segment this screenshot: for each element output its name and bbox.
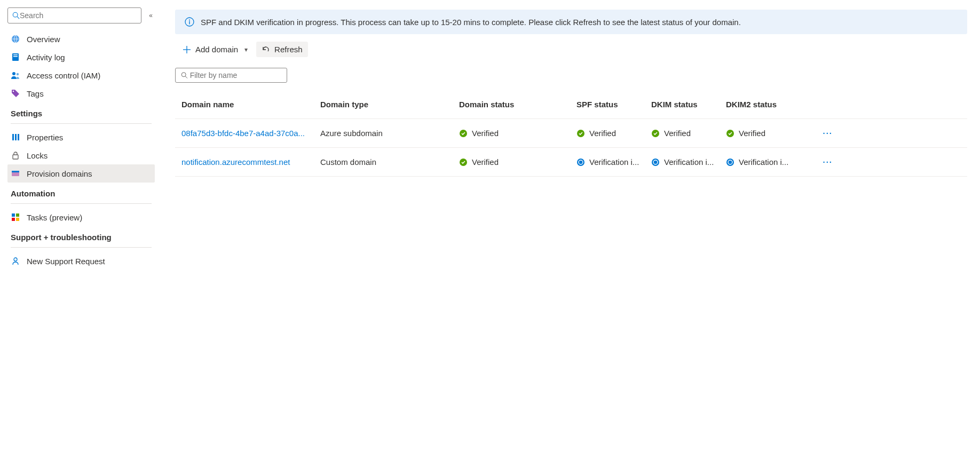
sidebar-search-input[interactable] bbox=[20, 11, 137, 20]
sidebar-item-label: Tags bbox=[27, 89, 44, 98]
svg-rect-9 bbox=[12, 134, 14, 140]
collapse-sidebar-icon[interactable]: « bbox=[147, 10, 155, 21]
spf-status: Verification i... bbox=[576, 157, 651, 167]
add-domain-button[interactable]: Add domain ▾ bbox=[177, 42, 253, 57]
dkim-status: Verification i... bbox=[651, 157, 726, 167]
col-spf-status: SPF status bbox=[576, 100, 651, 109]
sidebar-item-label: Provision domains bbox=[27, 169, 92, 178]
svg-point-6 bbox=[12, 72, 15, 75]
domain-name-link[interactable]: 08fa75d3-bfdc-4be7-a4ad-37c0a... bbox=[181, 129, 320, 138]
table-row: notification.azurecommtest.netCustom dom… bbox=[175, 148, 967, 177]
sidebar-item-label: Activity log bbox=[27, 53, 65, 62]
sidebar-section-settings: Settings bbox=[0, 102, 162, 121]
domain-type: Custom domain bbox=[320, 157, 459, 167]
people-icon bbox=[11, 70, 20, 80]
sidebar-item-label: Tasks (preview) bbox=[27, 213, 82, 222]
toolbar: Add domain ▾ Refresh bbox=[175, 34, 967, 66]
col-domain-type: Domain type bbox=[320, 100, 459, 109]
svg-point-8 bbox=[13, 91, 14, 92]
divider bbox=[11, 123, 152, 124]
filter-box[interactable] bbox=[175, 68, 287, 83]
svg-rect-15 bbox=[12, 213, 15, 217]
svg-rect-4 bbox=[13, 54, 18, 56]
main-content: SPF and DKIM verification in progress. T… bbox=[162, 0, 980, 459]
divider bbox=[11, 203, 152, 204]
domain-type: Azure subdomain bbox=[320, 129, 459, 138]
svg-line-26 bbox=[185, 76, 187, 78]
support-icon bbox=[11, 256, 20, 266]
svg-line-1 bbox=[17, 17, 19, 19]
sidebar-search[interactable] bbox=[7, 7, 141, 23]
svg-rect-16 bbox=[16, 213, 19, 217]
sidebar: « Overview Activity log Access control (… bbox=[0, 0, 162, 459]
svg-rect-11 bbox=[18, 134, 19, 140]
dkim2-status: Verification i... bbox=[726, 157, 801, 167]
divider bbox=[11, 247, 152, 248]
sidebar-item-tasks[interactable]: Tasks (preview) bbox=[7, 208, 155, 226]
col-domain-name: Domain name bbox=[181, 100, 320, 109]
domain-status: Verified bbox=[459, 129, 576, 138]
properties-icon bbox=[11, 132, 20, 142]
svg-rect-22 bbox=[189, 21, 189, 25]
sidebar-item-overview[interactable]: Overview bbox=[7, 30, 155, 48]
refresh-button[interactable]: Refresh bbox=[256, 42, 308, 57]
lock-icon bbox=[11, 151, 20, 160]
sidebar-item-access-control[interactable]: Access control (IAM) bbox=[7, 66, 155, 84]
world-icon bbox=[11, 34, 20, 44]
table-header: Domain name Domain type Domain status SP… bbox=[175, 90, 967, 119]
info-icon bbox=[185, 17, 194, 27]
sidebar-item-label: New Support Request bbox=[27, 257, 105, 266]
svg-rect-14 bbox=[12, 171, 19, 172]
banner-text: SPF and DKIM verification in progress. T… bbox=[201, 18, 741, 27]
svg-rect-18 bbox=[16, 218, 19, 221]
domain-name-link[interactable]: notification.azurecommtest.net bbox=[181, 157, 320, 167]
sidebar-item-tags[interactable]: Tags bbox=[7, 84, 155, 102]
svg-rect-12 bbox=[13, 155, 18, 159]
svg-point-21 bbox=[189, 20, 190, 21]
svg-rect-5 bbox=[13, 56, 18, 57]
info-banner: SPF and DKIM verification in progress. T… bbox=[175, 10, 967, 34]
svg-point-19 bbox=[14, 258, 17, 261]
domains-table: Domain name Domain type Domain status SP… bbox=[175, 90, 967, 177]
sidebar-item-locks[interactable]: Locks bbox=[7, 146, 155, 164]
svg-point-0 bbox=[13, 12, 18, 17]
sidebar-item-label: Access control (IAM) bbox=[27, 71, 100, 80]
domain-icon bbox=[11, 169, 20, 178]
svg-point-25 bbox=[181, 73, 186, 77]
col-dkim2-status: DKIM2 status bbox=[726, 100, 801, 109]
spf-status: Verified bbox=[576, 129, 651, 138]
sidebar-item-activity-log[interactable]: Activity log bbox=[7, 48, 155, 66]
search-icon bbox=[12, 12, 20, 19]
sidebar-item-provision-domains[interactable]: Provision domains bbox=[7, 164, 155, 183]
sidebar-item-label: Locks bbox=[27, 151, 48, 160]
svg-rect-10 bbox=[15, 134, 17, 140]
row-more-button[interactable]: ··· bbox=[801, 157, 833, 167]
sidebar-section-support: Support + troubleshooting bbox=[0, 226, 162, 245]
dkim-status: Verified bbox=[651, 129, 726, 138]
col-dkim-status: DKIM status bbox=[651, 100, 726, 109]
sidebar-item-label: Properties bbox=[27, 133, 63, 142]
add-domain-label: Add domain bbox=[195, 45, 238, 54]
tasks-icon bbox=[11, 212, 20, 222]
refresh-icon bbox=[262, 45, 270, 54]
col-domain-status: Domain status bbox=[459, 100, 576, 109]
sidebar-item-new-support-request[interactable]: New Support Request bbox=[7, 252, 155, 270]
chevron-down-icon: ▾ bbox=[242, 46, 248, 53]
search-icon bbox=[181, 72, 188, 79]
domain-status: Verified bbox=[459, 157, 576, 167]
plus-icon bbox=[183, 45, 191, 54]
table-row: 08fa75d3-bfdc-4be7-a4ad-37c0a...Azure su… bbox=[175, 119, 967, 148]
svg-rect-17 bbox=[12, 218, 15, 221]
sidebar-item-label: Overview bbox=[27, 35, 60, 44]
refresh-label: Refresh bbox=[274, 45, 303, 54]
sidebar-section-automation: Automation bbox=[0, 183, 162, 201]
book-icon bbox=[11, 52, 20, 62]
dkim2-status: Verified bbox=[726, 129, 801, 138]
row-more-button[interactable]: ··· bbox=[801, 129, 833, 138]
filter-input[interactable] bbox=[190, 71, 281, 80]
sidebar-item-properties[interactable]: Properties bbox=[7, 128, 155, 146]
tag-icon bbox=[11, 89, 20, 98]
svg-point-7 bbox=[17, 73, 19, 75]
